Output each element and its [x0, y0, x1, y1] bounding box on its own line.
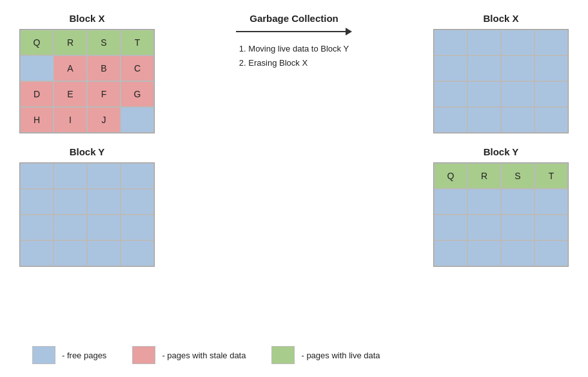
grid-cell [121, 240, 154, 266]
grid-cell: J [87, 107, 121, 133]
grid-cell: I [54, 107, 87, 133]
grid-cell [121, 163, 154, 189]
grid-cell [54, 163, 87, 189]
grid-cell [534, 81, 568, 107]
step2: 2. Erasing Block X [239, 56, 349, 70]
legend-free-box [32, 346, 55, 364]
left-block-x: Block X QRSTABCDEFGHIJ [19, 13, 155, 133]
grid-cell [121, 107, 154, 133]
right-block-y-grid: QRST [433, 162, 569, 267]
grid-cell [20, 163, 54, 189]
grid-cell: S [501, 163, 534, 189]
grid-cell [501, 30, 534, 55]
grid-cell: E [54, 81, 87, 107]
gc-label: Garbage Collection [250, 13, 338, 24]
step1: 1. Moving live data to Block Y [239, 42, 349, 56]
legend-stale-box [132, 346, 155, 364]
arrow [236, 28, 352, 35]
right-block-x-grid [433, 29, 569, 133]
grid-cell [20, 189, 54, 215]
grid-cell: Q [434, 163, 467, 189]
grid-cell [20, 215, 54, 240]
arrow-head [346, 28, 352, 35]
left-block-x-title: Block X [69, 13, 104, 24]
left-block-y-grid [19, 162, 155, 267]
grid-cell [87, 215, 121, 240]
grid-cell: F [87, 81, 121, 107]
legend-stale-label: - pages with stale data [162, 351, 246, 360]
grid-cell [121, 215, 154, 240]
grid-cell: A [54, 55, 87, 81]
grid-cell [534, 215, 568, 240]
legend-free-label: - free pages [62, 351, 106, 360]
right-block-x: Block X [433, 13, 569, 133]
grid-cell [501, 215, 534, 240]
left-block-y-title: Block Y [70, 146, 105, 157]
grid-cell [121, 189, 154, 215]
grid-cell [501, 55, 534, 81]
grid-cell: C [121, 55, 154, 81]
grid-cell [467, 215, 501, 240]
grid-cell [534, 189, 568, 215]
middle-section: Garbage Collection 1. Moving live data t… [155, 13, 433, 70]
grid-cell [467, 107, 501, 133]
grid-cell [87, 163, 121, 189]
grid-cell [534, 55, 568, 81]
right-block-y-title: Block Y [484, 146, 519, 157]
grid-cell [54, 189, 87, 215]
grid-cell [434, 30, 467, 55]
grid-cell [434, 240, 467, 266]
grid-cell [467, 81, 501, 107]
grid-cell [501, 189, 534, 215]
grid-cell: T [534, 163, 568, 189]
grid-cell [534, 107, 568, 133]
grid-cell [54, 215, 87, 240]
grid-cell [87, 189, 121, 215]
grid-cell: S [87, 30, 121, 55]
grid-cell: T [121, 30, 154, 55]
left-blocks: Block X QRSTABCDEFGHIJ Block Y [19, 13, 155, 267]
grid-cell [434, 107, 467, 133]
grid-cell [434, 81, 467, 107]
grid-cell [467, 240, 501, 266]
grid-cell [467, 189, 501, 215]
grid-cell [467, 30, 501, 55]
grid-cell [87, 240, 121, 266]
grid-cell [534, 240, 568, 266]
left-block-y: Block Y [19, 146, 155, 267]
legend-live-label: - pages with live data [301, 351, 380, 360]
arrow-line [236, 31, 346, 32]
right-blocks: Block X Block Y QRST [433, 13, 569, 267]
grid-cell: B [87, 55, 121, 81]
grid-cell [434, 215, 467, 240]
main-container: Block X QRSTABCDEFGHIJ Block Y Garbage C… [0, 0, 588, 377]
grid-cell [20, 55, 54, 81]
legend-live: - pages with live data [271, 346, 380, 364]
grid-cell [434, 189, 467, 215]
grid-cell: H [20, 107, 54, 133]
grid-cell: R [467, 163, 501, 189]
grid-cell [501, 107, 534, 133]
legend-live-box [271, 346, 295, 364]
right-block-x-title: Block X [483, 13, 518, 24]
grid-cell: R [54, 30, 87, 55]
grid-cell [434, 55, 467, 81]
grid-cell: G [121, 81, 154, 107]
grid-cell [501, 240, 534, 266]
grid-cell [54, 240, 87, 266]
grid-cell [20, 240, 54, 266]
grid-cell: D [20, 81, 54, 107]
grid-cell [501, 81, 534, 107]
steps: 1. Moving live data to Block Y 2. Erasin… [239, 42, 349, 70]
right-block-y: Block Y QRST [433, 146, 569, 267]
legend-free: - free pages [32, 346, 106, 364]
grid-cell [534, 30, 568, 55]
left-block-x-grid: QRSTABCDEFGHIJ [19, 29, 155, 133]
grid-cell: Q [20, 30, 54, 55]
legend-section: - free pages - pages with stale data - p… [19, 340, 569, 364]
grid-cell [467, 55, 501, 81]
legend-stale: - pages with stale data [132, 346, 246, 364]
